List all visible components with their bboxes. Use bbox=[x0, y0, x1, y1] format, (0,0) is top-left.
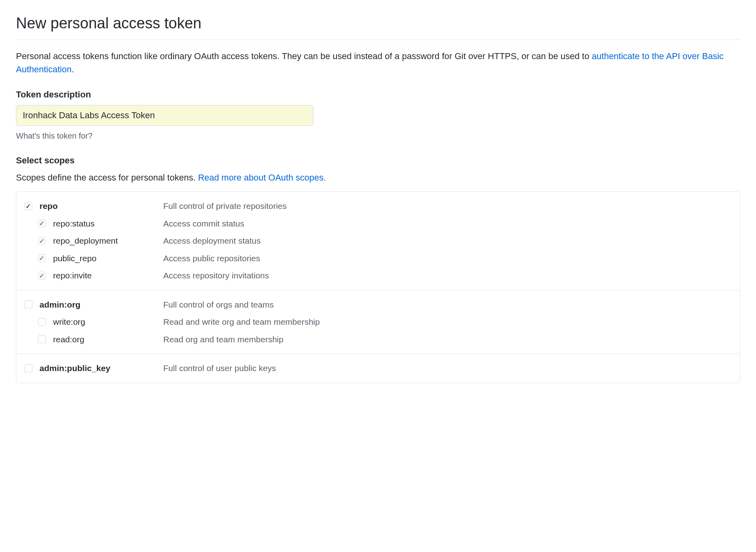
scope-checkbox bbox=[38, 272, 46, 280]
scopes-intro: Scopes define the access for personal to… bbox=[16, 171, 740, 184]
scope-name: read:org bbox=[53, 333, 163, 346]
scope-row: admin:orgFull control of orgs and teams bbox=[24, 296, 732, 314]
scope-name: repo:invite bbox=[53, 269, 163, 282]
scope-row: repo:statusAccess commit status bbox=[24, 215, 732, 232]
scope-group: admin:public_keyFull control of user pub… bbox=[16, 354, 740, 383]
scope-checkbox[interactable] bbox=[38, 318, 46, 326]
intro-text-before: Personal access tokens function like ord… bbox=[16, 51, 592, 61]
scopes-box: repoFull control of private repositories… bbox=[16, 191, 740, 383]
scope-name: write:org bbox=[53, 316, 163, 328]
token-description-input[interactable] bbox=[16, 105, 313, 126]
scope-group: admin:orgFull control of orgs and teamsw… bbox=[16, 290, 740, 354]
scope-checkbox[interactable] bbox=[24, 364, 32, 372]
select-scopes-label: Select scopes bbox=[16, 154, 740, 167]
scope-name: admin:public_key bbox=[40, 362, 163, 375]
scope-row: admin:public_keyFull control of user pub… bbox=[24, 359, 732, 377]
scope-group: repoFull control of private repositories… bbox=[16, 192, 740, 290]
scope-row: repoFull control of private repositories bbox=[24, 197, 732, 215]
scope-checkbox[interactable] bbox=[38, 335, 46, 343]
intro-text-after: . bbox=[71, 64, 74, 74]
scope-row: repo_deploymentAccess deployment status bbox=[24, 232, 732, 250]
scope-description: Access public repositories bbox=[163, 252, 260, 265]
scopes-intro-link[interactable]: Read more about OAuth scopes. bbox=[198, 173, 326, 183]
scope-checkbox[interactable] bbox=[24, 202, 32, 210]
scope-row: public_repoAccess public repositories bbox=[24, 250, 732, 267]
scope-description: Read and write org and team membership bbox=[163, 316, 320, 328]
scope-checkbox[interactable] bbox=[24, 300, 32, 308]
scope-checkbox bbox=[38, 219, 46, 227]
scopes-intro-text: Scopes define the access for personal to… bbox=[16, 173, 198, 183]
scope-description: Full control of orgs and teams bbox=[163, 298, 274, 311]
intro-paragraph: Personal access tokens function like ord… bbox=[16, 50, 740, 76]
scope-row: read:orgRead org and team membership bbox=[24, 331, 732, 348]
scope-row: write:orgRead and write org and team mem… bbox=[24, 313, 732, 331]
page-title: New personal access token bbox=[16, 12, 740, 40]
scope-checkbox bbox=[38, 237, 46, 245]
scope-description: Access deployment status bbox=[163, 234, 261, 247]
scope-name: public_repo bbox=[53, 252, 163, 265]
scope-name: repo:status bbox=[53, 217, 163, 230]
scope-description: Access repository invitations bbox=[163, 269, 269, 282]
scope-description: Full control of private repositories bbox=[163, 200, 287, 212]
scope-description: Access commit status bbox=[163, 217, 244, 230]
scope-name: repo bbox=[40, 200, 163, 212]
scope-row: repo:inviteAccess repository invitations bbox=[24, 267, 732, 284]
scope-name: admin:org bbox=[40, 298, 163, 311]
token-description-hint: What's this token for? bbox=[16, 130, 740, 142]
token-description-label: Token description bbox=[16, 88, 740, 101]
scope-name: repo_deployment bbox=[53, 234, 163, 247]
scope-description: Read org and team membership bbox=[163, 333, 283, 346]
scope-description: Full control of user public keys bbox=[163, 362, 276, 375]
scope-checkbox bbox=[38, 254, 46, 262]
